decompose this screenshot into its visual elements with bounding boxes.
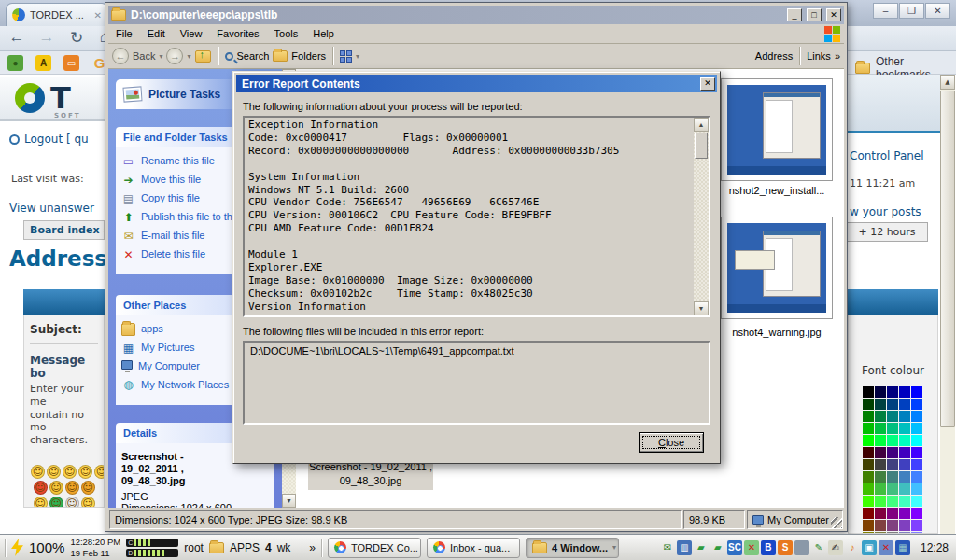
explorer-minimize-button[interactable]: _ [787,8,802,21]
palette-swatch[interactable] [875,483,886,495]
palette-swatch[interactable] [911,386,922,398]
palette-swatch[interactable] [887,399,898,410]
bluetooth-icon[interactable]: B [761,540,776,555]
network-error-icon[interactable]: ✕ [879,540,893,555]
emoticon-icon[interactable]: ☺ [78,465,92,479]
views-icon[interactable] [340,50,352,63]
palette-swatch[interactable] [875,496,886,507]
palette-swatch[interactable] [887,520,898,531]
taskbutton-tordex[interactable]: TORDEX Co... [328,538,421,558]
emoticon-icon[interactable]: ☺ [34,481,48,495]
palette-swatch[interactable] [899,459,910,470]
palette-swatch[interactable] [899,423,910,434]
back-label[interactable]: Back [133,50,155,62]
palette-swatch[interactable] [875,447,886,458]
palette-swatch[interactable] [875,386,886,398]
palette-swatch[interactable] [863,399,874,410]
scroll-up-icon[interactable]: ▲ [940,75,955,90]
palette-swatch[interactable] [899,471,910,483]
palette-swatch[interactable] [863,447,874,458]
palette-swatch[interactable] [899,399,910,410]
remote-display-icon[interactable]: ▥ [677,540,692,555]
palette-swatch[interactable] [887,471,898,483]
forward-button-icon[interactable]: → [166,48,183,64]
emoticon-icon[interactable]: ☺ [94,465,105,479]
palette-swatch[interactable] [911,471,922,483]
mail-status-icon[interactable]: ✉ [660,540,675,555]
palette-swatch[interactable] [887,423,898,434]
page-scrollbar[interactable]: ▲ [940,75,955,534]
toolbar-item-apps[interactable]: APPS [230,541,260,554]
palette-swatch[interactable] [875,399,886,410]
palette-swatch[interactable] [875,435,886,446]
browser-close-button[interactable]: ✕ [925,3,950,19]
palette-swatch[interactable] [887,411,898,422]
volume-icon[interactable]: ♪ [845,540,860,555]
apps-folder-icon[interactable] [209,542,224,553]
links-label[interactable]: Links [807,50,831,62]
updates-icon[interactable]: ▦ [895,540,910,555]
palette-swatch[interactable] [863,508,874,519]
bookmark-car-icon[interactable]: ● [7,55,23,71]
palette-swatch[interactable] [899,496,910,507]
palette-swatch[interactable] [863,471,874,483]
emoticon-icon[interactable]: ☺ [65,481,79,495]
back-icon[interactable]: ← [6,28,28,47]
toolbar-item-count[interactable]: 4 [265,541,272,554]
palette-swatch[interactable] [875,411,886,422]
browser-tab-tordex[interactable]: TORDEX ... ✕ [6,3,108,26]
palette-swatch[interactable] [875,423,886,434]
back-dropdown-icon[interactable]: ▾ [159,52,162,61]
menu-tools[interactable]: Tools [267,26,306,41]
palette-swatch[interactable] [911,483,922,495]
palette-swatch[interactable] [911,423,922,434]
palette-swatch[interactable] [863,411,874,422]
emoticon-icon[interactable]: ☺ [49,481,63,495]
palette-swatch[interactable] [863,496,874,507]
palette-swatch[interactable] [863,459,874,470]
search-label[interactable]: Search [237,50,270,62]
file-caption[interactable]: nshot4_warning.jpg [721,327,833,338]
palette-swatch[interactable] [899,435,910,446]
report-scrollbar-thumb[interactable] [695,133,708,159]
display-settings-icon[interactable] [794,540,809,555]
palette-swatch[interactable] [875,459,886,470]
tablet-input-icon[interactable]: ✍ [828,540,843,555]
palette-swatch[interactable] [875,471,886,483]
toolbar-overflow-chevron[interactable]: » [309,541,316,554]
palette-swatch[interactable] [887,496,898,507]
palette-swatch[interactable] [911,520,922,531]
palette-swatch[interactable] [887,459,898,470]
palette-swatch[interactable] [899,447,910,458]
stylus-icon[interactable]: ✎ [811,540,826,555]
palette-swatch[interactable] [911,435,922,446]
emoticon-icon[interactable]: ☺ [31,465,45,479]
dialog-close-icon[interactable]: ✕ [700,77,715,91]
taskbutton-inbox[interactable]: Inbox - qua... [427,538,520,558]
palette-swatch[interactable] [887,386,898,398]
address-bar-label[interactable]: Address [755,50,793,62]
file-caption[interactable]: nshot2_new_install... [721,185,833,196]
palette-swatch[interactable] [875,520,886,531]
close-button[interactable]: Close [639,432,704,453]
menu-edit[interactable]: Edit [140,26,173,41]
sync-device-1-icon[interactable]: ▰ [694,540,709,555]
palette-swatch[interactable] [863,386,874,398]
logout-link[interactable]: Logout [ qu [9,133,89,146]
views-dropdown-icon[interactable]: ▾ [356,52,359,61]
sync-device-2-icon[interactable]: ▰ [710,540,725,555]
emoticon-icon[interactable]: ☺ [65,497,79,508]
file-thumbnail[interactable] [721,217,833,319]
control-panel-link[interactable]: Control Panel [850,149,924,162]
menu-help[interactable]: Help [305,26,342,41]
search-icon[interactable] [225,52,233,61]
forward-icon[interactable]: → [35,28,58,47]
scrollbar-thumb[interactable] [940,91,955,427]
palette-swatch[interactable] [887,435,898,446]
tab-close-icon[interactable]: ✕ [94,10,102,21]
board-index-link[interactable]: Board index » [23,220,105,240]
file-thumbnail[interactable] [721,78,833,181]
dialog-title-bar[interactable]: Error Report Contents ✕ [236,75,717,92]
reload-icon[interactable]: ↻ [65,28,88,48]
taskbutton-windows-group[interactable]: 4 Window... ▾ [526,538,619,558]
